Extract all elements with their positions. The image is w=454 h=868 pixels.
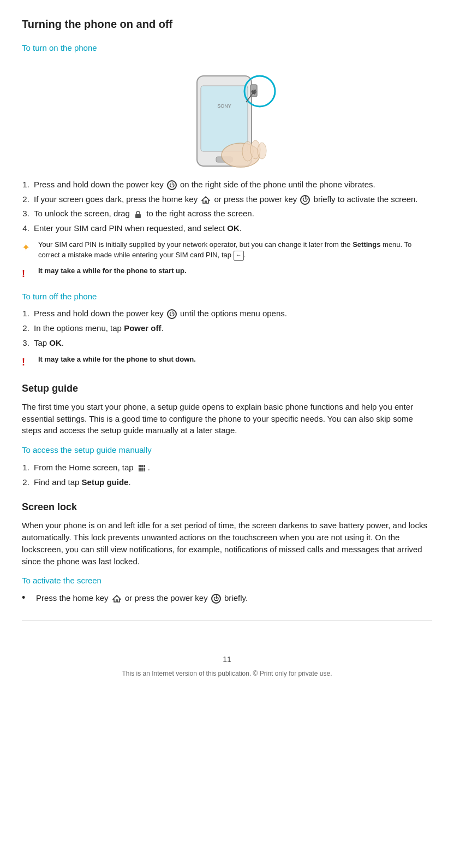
activate-screen-text: Press the home key or press the power ke… (36, 592, 248, 604)
svg-text:SONY: SONY (217, 103, 231, 109)
svg-rect-21 (141, 470, 144, 471)
lock-icon (133, 209, 143, 219)
footer-text: This is an Internet version of this publ… (22, 669, 432, 678)
screen-lock-body: When your phone is on and left idle for … (22, 519, 432, 567)
phone-svg: SONY ⏻ (167, 60, 287, 169)
turn-off-note: ! It may take a while for the phone to s… (22, 355, 432, 369)
section3-title: Screen lock (22, 500, 432, 514)
svg-rect-13 (135, 214, 141, 218)
activate-screen-title: To activate the screen (22, 575, 432, 587)
bottom-divider (22, 621, 432, 621)
off-step-2: In the options menu, tap Power off. (32, 322, 432, 334)
power-icon-4: ⏻ (211, 594, 221, 604)
step-1: Press and hold down the power key ⏻ on t… (32, 179, 432, 191)
bullet-dot: • (22, 592, 32, 604)
power-icon-1: ⏻ (167, 180, 177, 190)
grid-icon (137, 463, 147, 473)
svg-rect-18 (141, 468, 144, 470)
off-step-3: Tap OK. (32, 337, 432, 349)
setup-step-1: From the Home screen, tap . (32, 462, 432, 474)
svg-rect-15 (141, 465, 144, 467)
svg-point-11 (258, 143, 266, 159)
step-4: Enter your SIM card PIN when requested, … (32, 222, 432, 234)
turn-off-note-text: It may take a while for the phone to shu… (38, 355, 196, 365)
svg-rect-14 (139, 465, 141, 467)
exclaim-icon-2: ! (22, 355, 34, 369)
svg-rect-20 (139, 470, 141, 471)
subsection2-title: To turn off the phone (22, 291, 432, 303)
power-icon-2: ⏻ (300, 195, 310, 205)
home-icon-2 (112, 594, 122, 604)
exclaim-icon-1: ! (22, 267, 34, 281)
setup-guide-steps: From the Home screen, tap . Find and tap… (32, 462, 432, 488)
turn-off-steps: Press and hold down the power key ⏻ unti… (32, 308, 432, 349)
section1-title: Turning the phone on and off (22, 16, 432, 32)
setup-guide-subsection-title: To access the setup guide manually (22, 444, 432, 456)
turn-on-note: ! It may take a while for the phone to s… (22, 266, 432, 281)
setup-step-2: Find and tap Setup guide. (32, 476, 432, 488)
subsection1-title: To turn on the phone (22, 42, 432, 54)
svg-rect-19 (144, 468, 145, 470)
home-icon-1 (201, 195, 211, 205)
svg-marker-23 (113, 595, 121, 602)
screen-lock-section: Screen lock When your phone is on and le… (22, 500, 432, 604)
svg-rect-16 (144, 465, 145, 467)
power-icon-3: ⏻ (167, 309, 177, 319)
step-2: If your screen goes dark, press the home… (32, 193, 432, 205)
setup-guide-body: The first time you start your phone, a s… (22, 401, 432, 436)
step-3: To unlock the screen, drag to the right … (32, 208, 432, 220)
setup-guide-section: Setup guide The first time you start you… (22, 381, 432, 488)
svg-rect-22 (144, 470, 145, 471)
tip-text: Your SIM card PIN is initially supplied … (38, 240, 432, 261)
turn-on-note-text: It may take a while for the phone to sta… (38, 266, 187, 276)
svg-rect-17 (139, 468, 141, 470)
phone-illustration-area: SONY ⏻ (22, 60, 432, 169)
activate-screen-bullet: • Press the home key or press the power … (22, 592, 432, 604)
section2-title: Setup guide (22, 381, 432, 395)
tip-sun-icon: ✦ (22, 240, 34, 255)
off-step-1: Press and hold down the power key ⏻ unti… (32, 308, 432, 320)
svg-rect-1 (201, 86, 248, 151)
svg-marker-12 (202, 197, 210, 203)
page-number: 11 (22, 654, 432, 665)
sim-card-tip: ✦ Your SIM card PIN is initially supplie… (22, 240, 432, 261)
turn-on-steps: Press and hold down the power key ⏻ on t… (32, 179, 432, 234)
